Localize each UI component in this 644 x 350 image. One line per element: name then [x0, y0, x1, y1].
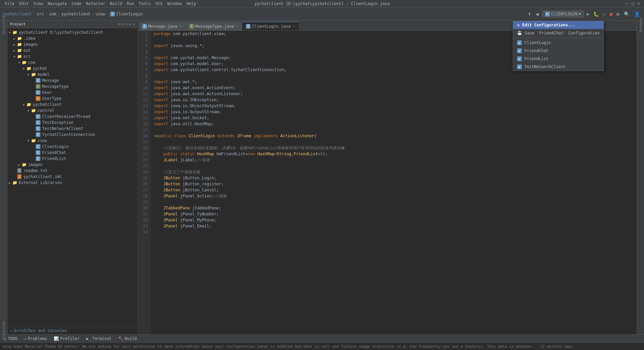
breadcrumb-project[interactable]: yychatclient: [3, 12, 32, 16]
activity-structure[interactable]: Structure: [1, 22, 7, 28]
right-sidebar-database-icon[interactable]: Database: [638, 22, 644, 28]
tree-item-clientreceiverthread[interactable]: CClientReceiverThread: [7, 114, 137, 120]
tree-label: yychatclient D:\yychat\yychatclient: [19, 30, 103, 35]
problems-button[interactable]: ⚠ Problems: [23, 336, 48, 342]
toolbar-avatar[interactable]: 👤: [633, 11, 641, 17]
menu-vcs[interactable]: VCS: [153, 1, 165, 7]
breadcrumb-yychatclient[interactable]: yychatclient: [61, 12, 91, 16]
more-actions-button[interactable]: ⚙: [615, 11, 621, 17]
tree-item-clientlogin[interactable]: CClientLogin: [7, 144, 137, 150]
tree-item-message[interactable]: CMessage: [7, 77, 137, 83]
tab-clientlogin-java[interactable]: C ClientLogin.java ✕: [243, 22, 299, 30]
tree-item-out[interactable]: ▶📁out: [7, 47, 137, 53]
dropdown-friendchat[interactable]: ▶ FriendChat: [513, 47, 604, 55]
tree-item-friendchat[interactable]: CFriendChat: [7, 150, 137, 156]
tree-item-testnetworkclient[interactable]: CTestNetworkClient: [7, 126, 137, 132]
breadcrumb-sep6: ›: [144, 12, 146, 16]
tab-messagetype-java-close[interactable]: ✕: [235, 24, 238, 28]
toolbar-search-button[interactable]: 🔍: [623, 11, 631, 17]
activity-favorites[interactable]: Favorites: [1, 327, 7, 333]
terminal-button[interactable]: ▶_ Terminal: [85, 336, 113, 342]
profiler-button[interactable]: 📊 Profiler: [52, 336, 81, 342]
config-dropdown-arrow: ▼: [579, 12, 581, 16]
tree-item-images[interactable]: ▶📁images: [7, 41, 137, 47]
tree-item-control[interactable]: ▼📁control: [7, 108, 137, 114]
tree-item-readme-txt[interactable]: freadme.txt: [7, 168, 137, 174]
sidebar-gear-icon[interactable]: ⚙: [118, 22, 121, 26]
stop-button[interactable]: ■: [609, 11, 613, 17]
tree-item-yychatclient-d--yychat-yychatclient[interactable]: ▼📁yychatclient D:\yychat\yychatclient: [7, 29, 137, 35]
tree-label: ClientLogin: [42, 144, 68, 149]
dropdown-edit-configurations[interactable]: ⚙ Edit Configurations...: [513, 21, 604, 29]
tree-item-yychat[interactable]: ▼📁yychat: [7, 65, 137, 71]
breadcrumb-com[interactable]: com: [49, 12, 56, 16]
sidebar-close-icon[interactable]: ✕: [132, 22, 135, 26]
tab-messagetype-java[interactable]: I MessageType.java ✕: [186, 22, 242, 30]
debug-button[interactable]: 🐛: [593, 11, 600, 17]
sidebar-layout-icon[interactable]: ≡: [122, 22, 124, 26]
tree-item-usertype[interactable]: EUserType: [7, 96, 137, 102]
menu-edit[interactable]: Edit: [17, 1, 31, 7]
code-content[interactable]: package com.yychatclient.view;import jav…: [151, 31, 637, 334]
tree-item-view[interactable]: ▼📁view: [7, 138, 137, 144]
tree-item-messagetype[interactable]: IMessageType: [7, 83, 137, 90]
menu-window[interactable]: Window: [165, 1, 184, 7]
scratches-and-consoles[interactable]: ✏ Scratches and Consoles: [7, 327, 137, 334]
dropdown-friendlist[interactable]: ▶ FriendList: [513, 55, 604, 63]
breadcrumb-file[interactable]: ClientLogin: [116, 12, 143, 16]
sidebar-sort-icon[interactable]: ⇅: [125, 22, 128, 26]
tab-clientlogin-java-close[interactable]: ✕: [292, 24, 295, 28]
dropdown-clientlogin[interactable]: ▶ ClientLogin: [513, 39, 604, 47]
breadcrumb-class-icon: C: [110, 12, 115, 16]
run-config-dropdown[interactable]: ▶ CLIENTLOGIN ▼: [542, 11, 584, 17]
menu-refactor[interactable]: Refactor: [84, 1, 107, 7]
dropdown-save-configuration[interactable]: 💾 Save 'FriendChat' Configuration: [513, 29, 604, 37]
menu-file[interactable]: File: [3, 1, 16, 7]
menu-navigate[interactable]: Navigate: [46, 1, 69, 7]
gutter-run-arrow[interactable]: ▶: [155, 133, 157, 139]
code-line-22: JLabel jLabel;//标签: [154, 157, 634, 163]
run-with-coverage-button[interactable]: ▷: [602, 11, 607, 17]
tree-item-model[interactable]: ▼📁model: [7, 71, 137, 77]
dropdown-testnetworkclient[interactable]: ▶ TestNetworkClient: [513, 63, 604, 71]
menu-tools[interactable]: Tools: [137, 1, 153, 7]
tree-item-com[interactable]: ▼📁com: [7, 59, 137, 65]
maximize-button[interactable]: □: [630, 1, 635, 6]
code-line-9: import java.awt.*;: [154, 79, 634, 85]
breadcrumb-view[interactable]: view: [96, 12, 105, 16]
minimize-button[interactable]: ─: [624, 1, 629, 6]
code-line-11: import java.awt.event.ActionListener;: [154, 91, 634, 97]
tree-item-testexception[interactable]: CTestException: [7, 120, 137, 126]
tree-item-yychatclient-iml[interactable]: iyychatclient.iml: [7, 174, 137, 180]
run-button[interactable]: ▶: [586, 10, 591, 18]
menu-code[interactable]: Code: [70, 1, 84, 7]
tree-label: readme.txt: [23, 168, 47, 173]
tree-item-images[interactable]: ▶📁images: [7, 162, 137, 168]
project-tree: ▼📁yychatclient D:\yychat\yychatclient▶📁.…: [7, 28, 137, 327]
tree-item-src[interactable]: ▼📁src: [7, 53, 137, 59]
tree-item-yychatclientconnection[interactable]: CYychatClientConnection: [7, 132, 137, 138]
tree-label: yychatclient.iml: [23, 174, 62, 179]
tree-item-friendlist[interactable]: CFriendList: [7, 156, 137, 162]
code-line-8: [154, 73, 634, 79]
tree-item-external-libraries[interactable]: ▶📁External Libraries: [7, 180, 137, 186]
tree-item-user[interactable]: CUser: [7, 90, 137, 96]
tab-message-java[interactable]: C Message.java ✕: [139, 22, 185, 30]
toolbar-back-icon[interactable]: ◀: [534, 11, 540, 17]
close-button[interactable]: ✕: [636, 1, 641, 6]
tree-item-yychatclient[interactable]: ▼📁yychatclient: [7, 102, 137, 108]
code-line-16: import java.util.HashMap;: [154, 121, 634, 127]
tree-item--idea[interactable]: ▶📁.idea: [7, 35, 137, 41]
tree-label: TestException: [42, 120, 73, 125]
tab-message-java-close[interactable]: ✕: [179, 24, 182, 28]
menu-run[interactable]: Run: [125, 1, 136, 7]
menu-view[interactable]: View: [31, 1, 45, 7]
sidebar-settings-icon[interactable]: ⚙: [129, 22, 131, 26]
toolbar-update-icon[interactable]: ⬆: [526, 10, 532, 18]
menu-build[interactable]: Build: [108, 1, 124, 7]
breadcrumb-src[interactable]: src: [37, 12, 44, 16]
toolbar: yychatclient › src › com › yychatclient …: [0, 7, 644, 21]
dropdown-friendlist-label: FriendList: [524, 56, 548, 61]
build-button[interactable]: 🔨 Build: [117, 336, 138, 342]
menu-help[interactable]: Help: [184, 1, 198, 7]
